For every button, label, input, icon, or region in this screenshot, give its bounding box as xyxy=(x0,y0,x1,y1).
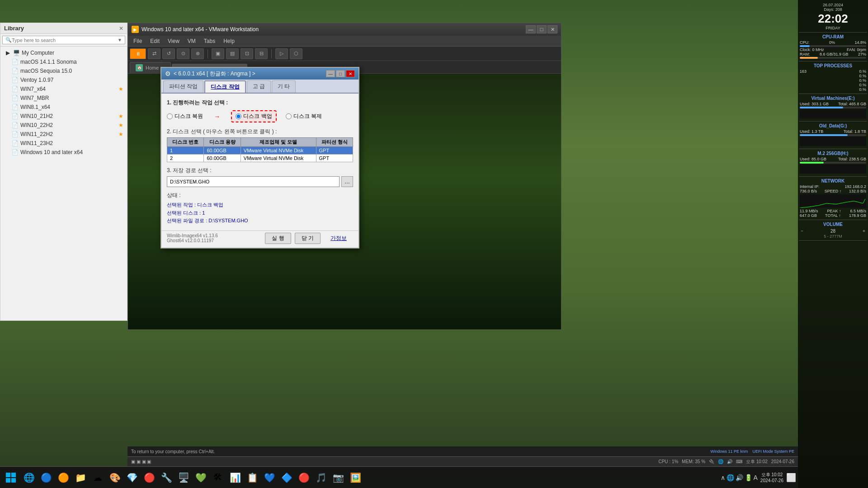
taskbar-icon-gem[interactable]: 💎 xyxy=(124,469,140,486)
sidebar-tree: ▶ 🖥️ My Computer 📄 macOS 14.1.1 Sonoma 📄… xyxy=(0,47,127,320)
notification-button[interactable]: ⬜ xyxy=(786,473,796,483)
tray-network-icon[interactable]: 🌐 xyxy=(726,474,734,481)
taskbar-icon-explorer[interactable]: 📁 xyxy=(72,469,89,486)
maximize-button[interactable]: □ xyxy=(537,25,547,33)
menu-file[interactable]: File xyxy=(130,37,146,45)
tray-battery-icon[interactable]: 🔋 xyxy=(745,474,752,481)
toolbar-btn-5[interactable]: ▣ xyxy=(212,48,224,59)
search-dropdown-icon[interactable]: ▼ xyxy=(118,38,122,42)
radio-restore-input[interactable] xyxy=(167,113,173,119)
taskbar-clock[interactable]: 오후 10:02 2024-07-26 xyxy=(760,472,783,483)
toolbar-btn-3[interactable]: ⊙ xyxy=(177,48,189,59)
path-input[interactable] xyxy=(167,176,340,187)
task-selection-group: 디스크 복원 → 디스크 백업 디스크 복제 xyxy=(167,110,353,122)
status-line-3: 선택된 파일 경로 : D:\SYSTEM.GHO xyxy=(167,217,353,225)
taskbar-icon-chart[interactable]: 📊 xyxy=(227,469,243,486)
close-dialog-button[interactable]: 닫 기 xyxy=(295,233,321,244)
toolbar-divider2 xyxy=(271,49,272,58)
taskbar-icon-diamond[interactable]: 🔷 xyxy=(278,469,295,486)
search-input[interactable] xyxy=(12,38,118,43)
settings-button[interactable]: 가정보 xyxy=(324,233,353,244)
toolbar-btn-6[interactable]: ▤ xyxy=(226,48,239,59)
network-title: NETWORK xyxy=(800,178,866,183)
tray-vol-icon[interactable]: 🔊 xyxy=(736,474,743,481)
taskbar-icon-blue[interactable]: 💙 xyxy=(261,469,278,486)
taskbar-icon-red1[interactable]: 🔴 xyxy=(141,469,157,486)
search-box[interactable]: 🔍 ▼ xyxy=(2,36,125,44)
taskbar-icon-monitor[interactable]: 🖥️ xyxy=(175,469,192,486)
taskbar-icon-music[interactable]: 🎵 xyxy=(313,469,329,486)
tree-root[interactable]: ▶ 🖥️ My Computer xyxy=(0,48,127,57)
sidebar-item-win11-23h2[interactable]: 📄 WIN11_23H2 xyxy=(0,139,127,148)
sidebar-item-win11-22h2[interactable]: 📄 WIN11_22H2 ★ xyxy=(0,130,127,139)
vmware-title-text: Windows 10 and later x64 - VMware Workst… xyxy=(142,26,259,33)
toolbar-btn-4[interactable]: ⊗ xyxy=(191,48,204,59)
dialog-maximize-button[interactable]: □ xyxy=(336,70,345,77)
taskbar-icon-camera[interactable]: 📷 xyxy=(330,469,346,486)
toolbar-btn-8[interactable]: ⊟ xyxy=(255,48,268,59)
toolbar-btn-1[interactable]: ⇄ xyxy=(148,48,160,59)
vol-minus[interactable]: － xyxy=(800,228,804,234)
radio-backup-input[interactable] xyxy=(236,113,241,119)
col-disk-size: 디스크 용량 xyxy=(204,138,241,147)
path-browse-button[interactable]: … xyxy=(341,176,353,187)
sidebar-item-win81x64[interactable]: 📄 WIN8.1_x64 xyxy=(0,103,127,112)
toolbar-btn-7[interactable]: ⊡ xyxy=(241,48,253,59)
tab-other[interactable]: 기 타 xyxy=(272,80,296,93)
radio-clone-input[interactable] xyxy=(286,113,292,119)
sidebar-close-button[interactable]: ✕ xyxy=(119,25,123,32)
sidebar-item-win7mbr[interactable]: 📄 WIN7_MBR xyxy=(0,94,127,103)
menu-tabs[interactable]: Tabs xyxy=(200,37,219,45)
sidebar-item-macos-sequoia[interactable]: 📄 macOS Sequoia 15.0 xyxy=(0,66,127,75)
tray-up-arrow[interactable]: ∧ xyxy=(721,474,725,481)
menu-edit[interactable]: Edit xyxy=(146,37,163,45)
sidebar-item-win10-later-x64[interactable]: 📄 Windows 10 and later x64 xyxy=(0,148,127,157)
taskbar-icon-edge[interactable]: 🔵 xyxy=(38,469,54,486)
taskbar-icon-green[interactable]: 💚 xyxy=(193,469,209,486)
close-button[interactable]: ✕ xyxy=(547,25,557,33)
tab-advanced[interactable]: 고 급 xyxy=(247,80,271,93)
taskbar-icon-red2[interactable]: 🔴 xyxy=(296,469,312,486)
taskbar-icon-ps[interactable]: 🎨 xyxy=(107,469,123,486)
tab-disk[interactable]: 디스크 작업 xyxy=(204,80,245,93)
execute-button[interactable]: 실 행 xyxy=(265,233,291,244)
dialog-tabs: 파티션 작업 디스크 작업 고 급 기 타 xyxy=(161,80,359,94)
toolbar-btn-10[interactable]: ⬡ xyxy=(290,48,302,59)
dialog-titlebar: ⚙ < 6.0.0.1 x64 [ 한글화 : Angma ] > — □ ✕ xyxy=(161,68,359,80)
taskbar-icon-clip[interactable]: 📋 xyxy=(244,469,260,486)
disk-row-2[interactable]: 2 60.00GB VMware Virtual NVMe Disk GPT xyxy=(167,155,353,162)
toolbar-btn-9[interactable]: ▷ xyxy=(275,48,288,59)
taskbar-icon-tool1[interactable]: 🔧 xyxy=(158,469,175,486)
taskbar-icon-onedrive[interactable]: ☁ xyxy=(90,469,106,486)
old-total: Total: 1.8 TB xyxy=(844,129,866,134)
tab-partition[interactable]: 파티션 작업 xyxy=(163,80,203,93)
minimize-button[interactable]: — xyxy=(526,25,536,33)
dialog-version-info: Wimlib-Imagex64 v1.13.6 Ghost64 v12.0.0.… xyxy=(167,233,261,243)
sidebar-item-win7x64[interactable]: 📄 WIN7_x64 ★ xyxy=(0,84,127,94)
menu-view[interactable]: View xyxy=(164,37,183,45)
sidebar-item-win10-22h2[interactable]: 📄 WIN10_22H2 ★ xyxy=(0,121,127,130)
taskbar-icon-tool2[interactable]: 🛠 xyxy=(210,469,226,486)
start-button[interactable] xyxy=(2,469,20,487)
vol-plus[interactable]: ＋ xyxy=(862,228,866,234)
sidebar-item-macos-sonoma[interactable]: 📄 macOS 14.1.1 Sonoma xyxy=(0,57,127,66)
sidebar-item-win10-21h2[interactable]: 📄 WIN10_21H2 ★ xyxy=(0,112,127,121)
toolbar-btn-2[interactable]: ↺ xyxy=(162,48,175,59)
taskbar-icon-ie[interactable]: 🌐 xyxy=(21,469,37,486)
menu-vm[interactable]: VM xyxy=(184,37,199,45)
disk-row-1[interactable]: 1 60.00GB VMware Virtual NVMe Disk GPT xyxy=(167,147,353,155)
sidebar-item-ventoy[interactable]: 📄 Ventoy 1.0.97 xyxy=(0,75,127,84)
mem-usage: MEM: 35 % xyxy=(682,459,705,464)
menu-help[interactable]: Help xyxy=(220,37,238,45)
taskbar-icon-pic[interactable]: 🖼️ xyxy=(347,469,363,486)
tray-lang-icon[interactable]: A xyxy=(754,474,758,481)
radio-restore[interactable]: 디스크 복원 xyxy=(167,113,203,120)
radio-clone[interactable]: 디스크 복제 xyxy=(286,113,322,120)
radio-backup[interactable]: 디스크 백업 xyxy=(231,110,276,122)
date-label: 26.07.2024 xyxy=(799,3,867,7)
pause-button[interactable]: ⏸ xyxy=(130,48,146,59)
dialog-close-button[interactable]: ✕ xyxy=(346,70,355,77)
taskbar-icon-chrome[interactable]: 🟠 xyxy=(55,469,71,486)
dialog-minimize-button[interactable]: — xyxy=(326,70,335,77)
vme-used: Used: 303.1 GB xyxy=(800,102,829,106)
